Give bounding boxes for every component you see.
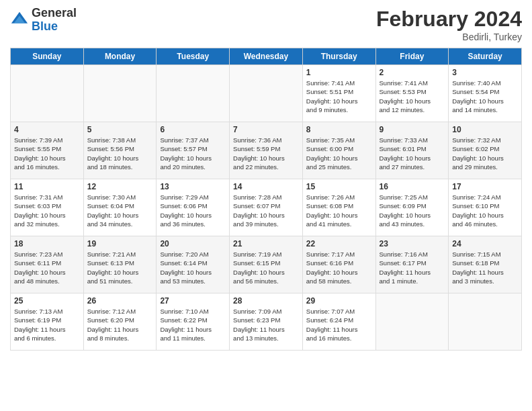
day-number: 7 (233, 125, 299, 134)
day-number: 19 (87, 239, 153, 248)
calendar-cell: 2Sunrise: 7:41 AM Sunset: 5:53 PM Daylig… (375, 65, 449, 122)
weekday-header-tuesday: Tuesday (157, 48, 230, 65)
calendar-cell: 13Sunrise: 7:29 AM Sunset: 6:06 PM Dayli… (157, 179, 230, 236)
calendar-cell: 28Sunrise: 7:09 AM Sunset: 6:23 PM Dayli… (230, 293, 303, 351)
day-info: Sunrise: 7:07 AM Sunset: 6:24 PM Dayligh… (306, 307, 372, 342)
calendar-cell: 9Sunrise: 7:33 AM Sunset: 6:01 PM Daylig… (375, 122, 449, 179)
day-number: 8 (306, 125, 372, 134)
day-number: 6 (160, 125, 226, 134)
calendar-week-row: 18Sunrise: 7:23 AM Sunset: 6:11 PM Dayli… (11, 236, 522, 293)
day-info: Sunrise: 7:23 AM Sunset: 6:11 PM Dayligh… (14, 250, 80, 285)
day-number: 29 (306, 296, 372, 306)
logo-icon (10, 11, 29, 30)
calendar-cell: 8Sunrise: 7:35 AM Sunset: 6:00 PM Daylig… (302, 122, 375, 179)
logo: General Blue (10, 7, 77, 34)
day-info: Sunrise: 7:19 AM Sunset: 6:15 PM Dayligh… (233, 250, 299, 285)
day-info: Sunrise: 7:41 AM Sunset: 5:53 PM Dayligh… (380, 79, 445, 114)
calendar-cell: 18Sunrise: 7:23 AM Sunset: 6:11 PM Dayli… (11, 236, 84, 293)
day-number: 14 (233, 182, 299, 191)
calendar-cell: 5Sunrise: 7:38 AM Sunset: 5:56 PM Daylig… (83, 122, 157, 179)
day-number: 5 (87, 125, 153, 134)
day-number: 11 (14, 182, 80, 191)
day-number: 17 (452, 182, 518, 191)
calendar-cell: 14Sunrise: 7:28 AM Sunset: 6:07 PM Dayli… (230, 179, 303, 236)
calendar-cell: 26Sunrise: 7:12 AM Sunset: 6:20 PM Dayli… (83, 293, 157, 351)
day-info: Sunrise: 7:12 AM Sunset: 6:20 PM Dayligh… (87, 307, 153, 342)
day-info: Sunrise: 7:33 AM Sunset: 6:01 PM Dayligh… (380, 136, 445, 171)
day-info: Sunrise: 7:35 AM Sunset: 6:00 PM Dayligh… (306, 136, 372, 171)
calendar-cell (375, 293, 449, 351)
calendar-cell: 23Sunrise: 7:16 AM Sunset: 6:17 PM Dayli… (375, 236, 449, 293)
day-number: 4 (14, 125, 80, 134)
day-number: 10 (452, 125, 518, 134)
calendar-cell: 25Sunrise: 7:13 AM Sunset: 6:19 PM Dayli… (11, 293, 84, 351)
day-info: Sunrise: 7:25 AM Sunset: 6:09 PM Dayligh… (380, 193, 445, 228)
day-number: 9 (380, 125, 445, 134)
day-info: Sunrise: 7:30 AM Sunset: 6:04 PM Dayligh… (87, 193, 153, 228)
weekday-header-friday: Friday (375, 48, 449, 65)
calendar-cell: 6Sunrise: 7:37 AM Sunset: 5:57 PM Daylig… (157, 122, 230, 179)
weekday-header-monday: Monday (83, 48, 157, 65)
day-number: 22 (306, 239, 372, 248)
calendar-cell: 15Sunrise: 7:26 AM Sunset: 6:08 PM Dayli… (302, 179, 375, 236)
weekday-header-row: SundayMondayTuesdayWednesdayThursdayFrid… (11, 48, 522, 65)
calendar-cell: 16Sunrise: 7:25 AM Sunset: 6:09 PM Dayli… (375, 179, 449, 236)
day-number: 3 (452, 68, 518, 77)
day-number: 28 (233, 296, 299, 306)
calendar-cell: 19Sunrise: 7:21 AM Sunset: 6:13 PM Dayli… (83, 236, 157, 293)
day-info: Sunrise: 7:29 AM Sunset: 6:06 PM Dayligh… (160, 193, 226, 228)
calendar-cell: 1Sunrise: 7:41 AM Sunset: 5:51 PM Daylig… (302, 65, 375, 122)
calendar-cell: 17Sunrise: 7:24 AM Sunset: 6:10 PM Dayli… (449, 179, 522, 236)
calendar-cell: 3Sunrise: 7:40 AM Sunset: 5:54 PM Daylig… (449, 65, 522, 122)
day-number: 13 (160, 182, 226, 191)
day-info: Sunrise: 7:38 AM Sunset: 5:56 PM Dayligh… (87, 136, 153, 171)
day-number: 24 (452, 239, 518, 248)
day-number: 18 (14, 239, 80, 248)
weekday-header-thursday: Thursday (302, 48, 375, 65)
calendar-cell: 12Sunrise: 7:30 AM Sunset: 6:04 PM Dayli… (83, 179, 157, 236)
day-number: 20 (160, 239, 226, 248)
calendar-cell: 29Sunrise: 7:07 AM Sunset: 6:24 PM Dayli… (302, 293, 375, 351)
day-number: 16 (380, 182, 445, 191)
day-info: Sunrise: 7:10 AM Sunset: 6:22 PM Dayligh… (160, 307, 226, 342)
day-number: 12 (87, 182, 153, 191)
calendar-cell: 20Sunrise: 7:20 AM Sunset: 6:14 PM Dayli… (157, 236, 230, 293)
weekday-header-sunday: Sunday (11, 48, 84, 65)
day-number: 1 (306, 68, 372, 77)
day-info: Sunrise: 7:41 AM Sunset: 5:51 PM Dayligh… (306, 79, 372, 114)
weekday-header-saturday: Saturday (449, 48, 522, 65)
day-info: Sunrise: 7:37 AM Sunset: 5:57 PM Dayligh… (160, 136, 226, 171)
day-info: Sunrise: 7:31 AM Sunset: 6:03 PM Dayligh… (14, 193, 80, 228)
day-info: Sunrise: 7:36 AM Sunset: 5:59 PM Dayligh… (233, 136, 299, 171)
day-number: 26 (87, 296, 153, 306)
day-info: Sunrise: 7:15 AM Sunset: 6:18 PM Dayligh… (452, 250, 518, 285)
calendar-cell (157, 65, 230, 122)
calendar-cell (83, 65, 157, 122)
day-number: 27 (160, 296, 226, 306)
calendar-week-row: 1Sunrise: 7:41 AM Sunset: 5:51 PM Daylig… (11, 65, 522, 122)
calendar-table: SundayMondayTuesdayWednesdayThursdayFrid… (10, 48, 522, 351)
day-number: 15 (306, 182, 372, 191)
weekday-header-wednesday: Wednesday (230, 48, 303, 65)
logo-text: General Blue (32, 7, 77, 34)
day-info: Sunrise: 7:28 AM Sunset: 6:07 PM Dayligh… (233, 193, 299, 228)
day-info: Sunrise: 7:20 AM Sunset: 6:14 PM Dayligh… (160, 250, 226, 285)
page-header: General Blue February 2024 Bedirli, Turk… (10, 7, 522, 42)
day-number: 21 (233, 239, 299, 248)
day-info: Sunrise: 7:24 AM Sunset: 6:10 PM Dayligh… (452, 193, 518, 228)
calendar-cell: 21Sunrise: 7:19 AM Sunset: 6:15 PM Dayli… (230, 236, 303, 293)
calendar-cell: 7Sunrise: 7:36 AM Sunset: 5:59 PM Daylig… (230, 122, 303, 179)
calendar-cell: 27Sunrise: 7:10 AM Sunset: 6:22 PM Dayli… (157, 293, 230, 351)
day-number: 23 (380, 239, 445, 248)
day-info: Sunrise: 7:32 AM Sunset: 6:02 PM Dayligh… (452, 136, 518, 171)
calendar-week-row: 25Sunrise: 7:13 AM Sunset: 6:19 PM Dayli… (11, 293, 522, 351)
calendar-cell (230, 65, 303, 122)
calendar-cell: 24Sunrise: 7:15 AM Sunset: 6:18 PM Dayli… (449, 236, 522, 293)
day-info: Sunrise: 7:17 AM Sunset: 6:16 PM Dayligh… (306, 250, 372, 285)
calendar-week-row: 11Sunrise: 7:31 AM Sunset: 6:03 PM Dayli… (11, 179, 522, 236)
day-number: 2 (380, 68, 445, 77)
day-info: Sunrise: 7:26 AM Sunset: 6:08 PM Dayligh… (306, 193, 372, 228)
day-info: Sunrise: 7:13 AM Sunset: 6:19 PM Dayligh… (14, 307, 80, 342)
calendar-cell (11, 65, 84, 122)
calendar-cell: 10Sunrise: 7:32 AM Sunset: 6:02 PM Dayli… (449, 122, 522, 179)
